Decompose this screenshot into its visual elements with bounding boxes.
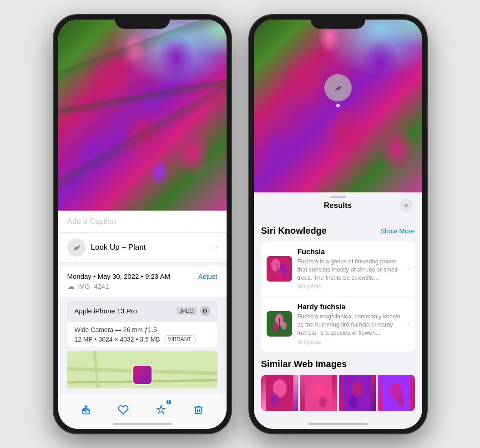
hardy-name: Hardy fuchsia xyxy=(298,303,402,311)
fuchsia-source: Wikipedia xyxy=(298,283,402,290)
info-button[interactable]: i xyxy=(151,400,171,420)
web-image-2[interactable] xyxy=(300,375,337,411)
knowledge-card: Fuchsia Fuchsia is a genus of flowering … xyxy=(261,242,415,352)
svg-point-23 xyxy=(351,381,363,396)
svg-point-14 xyxy=(281,322,287,330)
close-button[interactable]: × xyxy=(399,199,413,212)
fuchsia-name: Fuchsia xyxy=(298,248,402,256)
vibrant-badge: VIBRANT xyxy=(164,335,196,343)
web-img-3-art xyxy=(339,375,376,411)
info-badge-label: i xyxy=(168,400,169,404)
vol-up-button[interactable] xyxy=(54,88,54,104)
web-images-grid[interactable] xyxy=(261,375,415,411)
meta-date-row: Monday • May 30, 2022 • 9:23 AM Adjust xyxy=(67,272,217,280)
lookup-icon xyxy=(67,238,86,257)
fuchsia-thumbnail xyxy=(267,256,292,282)
sparkle-icon xyxy=(156,404,167,415)
web-image-4[interactable] xyxy=(378,375,415,411)
hardy-thumb-art xyxy=(267,311,292,337)
fuchsia-chevron-icon: › xyxy=(407,265,409,272)
left-phone-screen: Add a Caption Look Up – Plant › Monday •… xyxy=(58,20,227,429)
hardy-chevron-icon: › xyxy=(407,320,409,327)
web-images-section: Similar Web Images xyxy=(261,359,415,411)
resolution-spec: 12 MP • 3024 × 4032 • 3.5 MB VIBRANT xyxy=(75,335,210,343)
adjust-button[interactable]: Adjust xyxy=(198,272,217,280)
home-indicator xyxy=(113,423,172,425)
svg-point-20 xyxy=(312,383,325,399)
meta-section: Monday • May 30, 2022 • 9:23 AM Adjust ☁… xyxy=(58,266,227,297)
web-images-title: Similar Web Images xyxy=(261,359,415,369)
svg-point-21 xyxy=(319,397,327,408)
svg-point-27 xyxy=(397,396,404,407)
knowledge-item-hardy[interactable]: Hardy fuchsia Fuchsia magellanica, commo… xyxy=(261,297,415,352)
lookup-label: Look Up – Plant xyxy=(91,243,210,252)
siri-knowledge-header: Siri Knowledge Show More xyxy=(261,226,415,236)
meta-filename: IMG_4241 xyxy=(77,282,109,290)
siri-leaf-icon xyxy=(333,83,343,92)
heart-icon xyxy=(118,404,129,415)
share-icon xyxy=(81,404,91,415)
left-phone: Add a Caption Look Up – Plant › Monday •… xyxy=(54,15,231,433)
lookup-chevron-icon: › xyxy=(215,243,217,252)
web-image-3[interactable] xyxy=(339,375,376,411)
results-header: Results × xyxy=(254,192,422,218)
photo-image[interactable] xyxy=(58,20,227,211)
fuchsia-thumb-art xyxy=(267,256,292,282)
vol-down-button[interactable] xyxy=(54,111,54,127)
leaf-icon xyxy=(72,243,81,252)
share-button[interactable] xyxy=(76,400,96,420)
right-home-indicator xyxy=(308,423,368,425)
right-phone: Results × Siri Knowledge Show More xyxy=(249,15,427,433)
fuchsia-text: Fuchsia Fuchsia is a genus of flowering … xyxy=(298,248,402,290)
right-power-button[interactable] xyxy=(426,99,427,126)
meta-date: Monday • May 30, 2022 • 9:23 AM xyxy=(67,272,170,280)
svg-point-13 xyxy=(273,322,279,332)
hardy-source: Wikipedia xyxy=(298,339,402,345)
stem-overlay xyxy=(58,20,227,211)
web-img-1-art xyxy=(261,375,298,411)
svg-point-24 xyxy=(348,396,357,408)
results-panel: Results × Siri Knowledge Show More xyxy=(254,192,422,429)
siri-dot xyxy=(336,104,340,107)
results-content[interactable]: Siri Knowledge Show More xyxy=(254,218,422,429)
camera-section: Apple iPhone 13 Pro JPEG ⚙ Wide Camera —… xyxy=(67,301,217,347)
results-handle xyxy=(330,196,346,198)
meta-filename-row: ☁ IMG_4241 xyxy=(67,282,217,291)
web-image-1[interactable] xyxy=(261,375,298,411)
camera-model: Apple iPhone 13 Pro xyxy=(75,307,137,315)
lookup-row[interactable]: Look Up – Plant › xyxy=(58,233,227,262)
hardy-text: Hardy fuchsia Fuchsia magellanica, commo… xyxy=(298,303,402,345)
web-img-2-art xyxy=(300,375,337,411)
camera-badges: JPEG ⚙ xyxy=(177,306,210,316)
cloud-icon: ☁ xyxy=(67,282,75,291)
siri-knowledge-title: Siri Knowledge xyxy=(261,226,327,236)
right-phone-screen: Results × Siri Knowledge Show More xyxy=(254,20,422,429)
svg-point-18 xyxy=(270,393,279,406)
like-button[interactable] xyxy=(113,400,133,420)
lens-spec: Wide Camera — 26 mm ƒ1.5 xyxy=(75,326,210,333)
camera-header: Apple iPhone 13 Pro JPEG ⚙ xyxy=(67,301,217,322)
results-title: Results xyxy=(277,201,399,210)
show-more-button[interactable]: Show More xyxy=(380,227,415,235)
svg-point-9 xyxy=(275,269,283,279)
map-photo-thumb xyxy=(132,365,152,385)
format-badge: JPEG xyxy=(177,307,196,315)
hardy-thumbnail xyxy=(267,311,292,337)
map-preview[interactable] xyxy=(67,351,217,388)
gear-icon[interactable]: ⚙ xyxy=(200,306,210,316)
info-badge: i xyxy=(166,399,172,405)
camera-specs: Wide Camera — 26 mm ƒ1.5 12 MP • 3024 × … xyxy=(67,322,217,347)
app-container: Add a Caption Look Up – Plant › Monday •… xyxy=(0,0,480,448)
hardy-desc: Fuchsia magellanica, commonly known as t… xyxy=(298,312,402,337)
knowledge-item-fuchsia[interactable]: Fuchsia Fuchsia is a genus of flowering … xyxy=(261,242,415,297)
power-button[interactable] xyxy=(231,99,231,126)
trash-icon xyxy=(193,404,204,415)
right-photo-image[interactable] xyxy=(254,20,422,192)
siri-circle[interactable] xyxy=(324,74,352,101)
fuchsia-desc: Fuchsia is a genus of flowering plants t… xyxy=(298,257,402,282)
svg-rect-10 xyxy=(277,263,278,272)
web-img-4-art xyxy=(378,375,415,411)
delete-button[interactable] xyxy=(188,400,208,420)
caption-placeholder[interactable]: Add a Caption xyxy=(67,217,116,226)
caption-area: Add a Caption xyxy=(58,211,227,233)
